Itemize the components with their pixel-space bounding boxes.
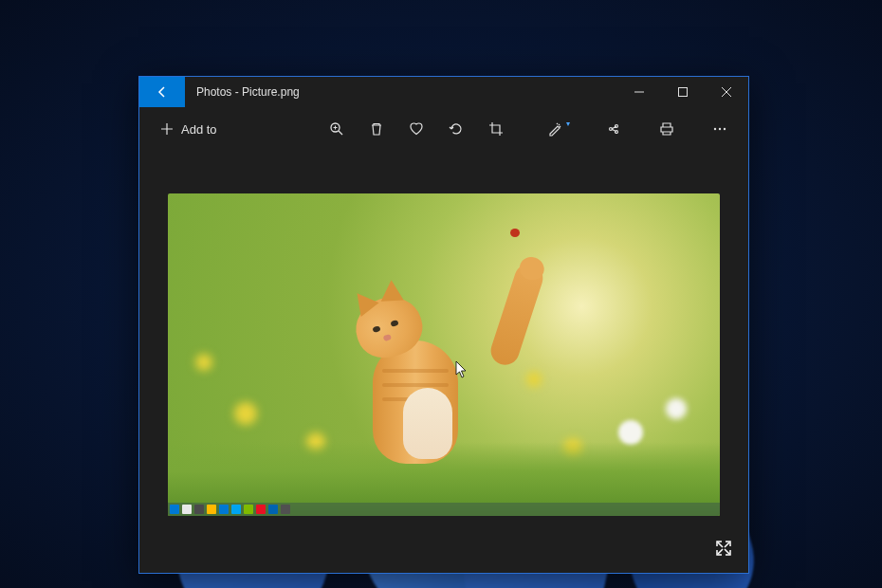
add-to-button[interactable]: Add to bbox=[151, 117, 227, 142]
back-button[interactable] bbox=[139, 77, 185, 107]
crop-icon bbox=[488, 121, 504, 137]
more-button[interactable] bbox=[703, 112, 737, 146]
share-icon bbox=[606, 121, 621, 137]
plus-icon bbox=[160, 122, 174, 136]
minimize-icon bbox=[634, 87, 644, 97]
more-icon bbox=[712, 121, 727, 137]
share-button[interactable] bbox=[597, 112, 631, 146]
delete-button[interactable] bbox=[359, 112, 394, 146]
fullscreen-icon bbox=[715, 540, 732, 557]
image-embedded-taskbar bbox=[168, 503, 720, 516]
maximize-button[interactable] bbox=[661, 77, 705, 107]
svg-rect-1 bbox=[679, 88, 688, 97]
rotate-icon bbox=[449, 121, 464, 137]
crop-button[interactable] bbox=[479, 112, 513, 146]
close-button[interactable] bbox=[705, 77, 748, 107]
window-title: Photos - Picture.png bbox=[185, 85, 617, 99]
back-arrow-icon bbox=[155, 84, 170, 100]
zoom-icon bbox=[329, 121, 344, 137]
window-controls bbox=[617, 77, 748, 107]
add-to-label: Add to bbox=[181, 122, 217, 137]
edit-button[interactable]: ▾ bbox=[538, 112, 572, 146]
print-button[interactable] bbox=[650, 112, 684, 146]
print-icon bbox=[659, 121, 674, 137]
toolbar-actions: ▾ bbox=[320, 112, 737, 146]
maximize-icon bbox=[678, 87, 688, 97]
displayed-image bbox=[168, 193, 720, 516]
svg-point-6 bbox=[714, 128, 716, 130]
image-viewport[interactable] bbox=[139, 151, 748, 573]
svg-point-7 bbox=[719, 128, 721, 130]
photos-app-window: Photos - Picture.png Add to bbox=[138, 76, 749, 574]
titlebar: Photos - Picture.png bbox=[139, 77, 748, 107]
chevron-down-icon: ▾ bbox=[566, 119, 570, 128]
close-icon bbox=[722, 87, 731, 97]
zoom-button[interactable] bbox=[320, 112, 354, 146]
toolbar: Add to ▾ bbox=[139, 107, 748, 151]
heart-icon bbox=[409, 121, 424, 137]
svg-point-8 bbox=[724, 128, 726, 130]
rotate-button[interactable] bbox=[439, 112, 473, 146]
fullscreen-button[interactable] bbox=[707, 531, 741, 565]
svg-line-3 bbox=[339, 131, 342, 135]
minimize-button[interactable] bbox=[617, 77, 661, 107]
edit-magic-icon bbox=[547, 121, 562, 137]
trash-icon bbox=[369, 121, 384, 137]
favorite-button[interactable] bbox=[399, 112, 433, 146]
